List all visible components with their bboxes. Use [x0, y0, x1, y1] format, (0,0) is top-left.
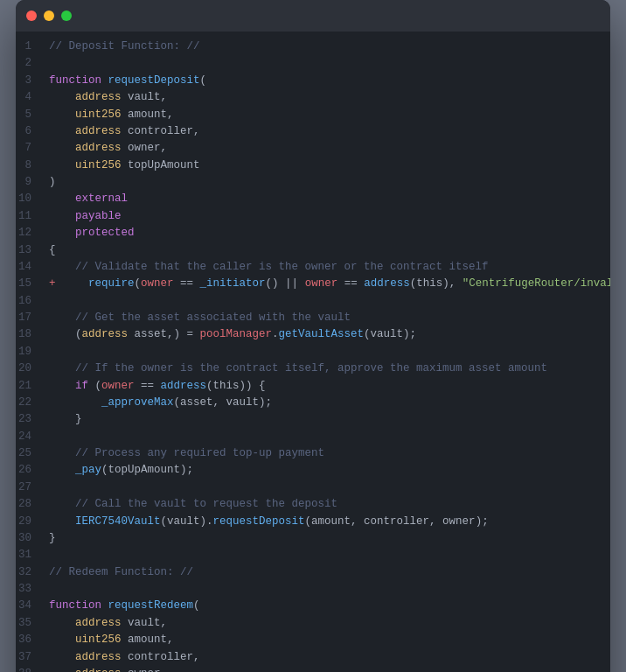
line-code: if (owner == address(this)) {: [49, 378, 596, 395]
line-code: address owner,: [49, 140, 596, 157]
code-line: 30}: [16, 530, 610, 547]
token-comment: // Redeem Function: //: [49, 566, 193, 578]
line-number: 5: [16, 107, 49, 123]
token-plain: [49, 362, 75, 374]
token-plain: vault,: [122, 91, 168, 103]
line-number: 37: [16, 649, 49, 666]
code-line: 33: [16, 581, 610, 598]
code-line: 6 address controller,: [16, 123, 610, 140]
token-func: address: [161, 380, 207, 392]
token-type: address: [75, 651, 122, 663]
token-plain: controller,: [122, 651, 200, 663]
token-plain: owner,: [122, 142, 168, 154]
line-code: _pay(topUpAmount);: [49, 462, 596, 479]
token-func: _initiator: [200, 277, 266, 290]
token-plain: [49, 210, 75, 222]
line-code: // Redeem Function: //: [49, 564, 596, 581]
code-line: 37 address controller,: [16, 649, 610, 666]
token-plain: .: [272, 328, 279, 340]
line-code: uint256 topUpAmount: [49, 158, 596, 174]
token-plus: +: [49, 277, 62, 290]
code-line: 26 _pay(topUpAmount);: [16, 462, 610, 479]
line-code: [49, 429, 596, 445]
token-type: uint256: [75, 108, 122, 121]
line-code: [49, 547, 596, 564]
line-number: 28: [16, 496, 49, 513]
token-func: IERC7540Vault: [75, 515, 161, 528]
token-keyword: if: [75, 380, 88, 392]
token-type: address: [75, 91, 122, 103]
code-line: 21 if (owner == address(this)) {: [16, 378, 610, 395]
token-plain: ==: [135, 380, 161, 392]
token-comment: // Process any required top-up payment: [75, 447, 324, 459]
code-line: 18 (address asset,) = poolManager.getVau…: [16, 326, 610, 343]
code-line: 38 address owner,: [16, 666, 610, 672]
token-plain: (: [200, 74, 207, 87]
code-line: 29 IERC7540Vault(vault).requestDeposit(a…: [16, 514, 610, 530]
code-line: 16: [16, 293, 610, 310]
line-number: 29: [16, 514, 49, 530]
token-plain: (amount, controller, owner);: [305, 515, 489, 528]
line-code: [49, 581, 596, 598]
code-line: 35 address vault,: [16, 615, 610, 632]
line-number: 7: [16, 140, 49, 157]
line-number: 17: [16, 310, 49, 326]
line-code: [49, 344, 596, 360]
line-code: + require(owner == _initiator() || owner…: [49, 276, 610, 292]
token-plain: () ||: [266, 277, 305, 290]
token-plain: topUpAmount: [122, 159, 200, 172]
code-line: 20 // If the owner is the contract itsel…: [16, 360, 610, 377]
code-line: 10 external: [16, 191, 610, 207]
line-code: _approveMax(asset, vault);: [49, 395, 596, 411]
code-line: 34function requestRedeem(: [16, 598, 610, 614]
token-plain: [49, 498, 75, 510]
token-type: address: [75, 668, 122, 672]
code-line: 36 uint256 amount,: [16, 632, 610, 648]
code-line: 32// Redeem Function: //: [16, 564, 610, 581]
token-plain: [49, 142, 75, 154]
line-number: 24: [16, 429, 49, 445]
code-line: 22 _approveMax(asset, vault);: [16, 395, 610, 411]
maximize-button[interactable]: [61, 10, 72, 21]
token-func: _pay: [75, 464, 101, 476]
token-func: requestDeposit: [213, 515, 305, 528]
token-func: requestRedeem: [108, 599, 194, 612]
token-keyword: function: [49, 74, 108, 87]
token-plain: controller,: [122, 125, 200, 137]
line-number: 23: [16, 411, 49, 428]
code-line: 15+ require(owner == _initiator() || own…: [16, 276, 610, 292]
code-line: 27: [16, 480, 610, 496]
line-number: 26: [16, 462, 49, 479]
line-code: // Get the asset associated with the vau…: [49, 310, 596, 326]
line-code: payable: [49, 208, 596, 225]
token-plain: [49, 159, 75, 172]
line-code: address controller,: [49, 123, 596, 140]
line-number: 36: [16, 632, 49, 648]
editor-window: 1// Deposit Function: //23function reque…: [16, 0, 610, 672]
code-line: 31: [16, 547, 610, 564]
code-line: 14 // Validate that the caller is the ow…: [16, 259, 610, 276]
code-line: 5 uint256 amount,: [16, 107, 610, 123]
token-plain: {: [49, 244, 56, 256]
token-plain: [49, 192, 75, 205]
line-code: [49, 293, 596, 310]
code-line: 11 payable: [16, 208, 610, 225]
line-number: 8: [16, 158, 49, 174]
code-editor[interactable]: 1// Deposit Function: //23function reque…: [16, 32, 610, 672]
token-type: uint256: [75, 159, 122, 172]
code-line: 3function requestDeposit(: [16, 73, 610, 89]
line-code: (address asset,) = poolManager.getVaultA…: [49, 326, 596, 343]
line-code: // Process any required top-up payment: [49, 445, 596, 462]
token-var: poolManager: [200, 328, 273, 340]
minimize-button[interactable]: [44, 10, 54, 21]
line-code: function requestRedeem(: [49, 598, 596, 614]
close-button[interactable]: [26, 10, 37, 21]
code-line: 8 uint256 topUpAmount: [16, 158, 610, 174]
line-code: address owner,: [49, 666, 596, 672]
token-modifier: payable: [75, 210, 122, 222]
line-number: 2: [16, 55, 49, 72]
token-plain: [49, 312, 75, 324]
code-line: 13{: [16, 242, 610, 259]
line-number: 34: [16, 598, 49, 614]
line-number: 13: [16, 242, 49, 259]
